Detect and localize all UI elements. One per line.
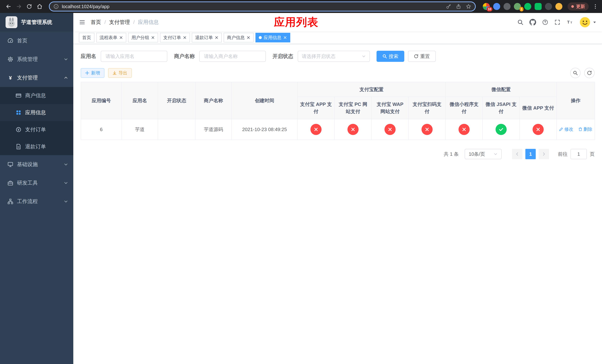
browser-window: localhost:1024/pay/app 10 1 更新 [0,0,602,364]
sidebar-item-pay[interactable]: ¥ 支付管理 [0,68,73,87]
add-button[interactable]: 新增 [81,68,104,78]
cell-actions: 修改 删除 [557,119,595,140]
page-number-1[interactable]: 1 [525,149,536,159]
status-select[interactable]: 请选择开启状态 [298,51,370,62]
col-group-wechat: 微信配置 [446,82,557,97]
sidebar-logo-row[interactable]: 芋道管理系统 [0,13,73,32]
tab-refund-order[interactable]: 退款订单 [192,33,222,43]
cell-app-name: 芋道 [122,119,158,140]
close-icon[interactable] [247,36,250,39]
reset-button[interactable]: 重置 [408,51,436,62]
col-wechat-app: 微信 APP 支付 [520,97,557,119]
font-size-icon[interactable]: TT [567,19,573,25]
key-icon[interactable] [446,4,451,9]
sidebar-item-dev-tools[interactable]: 研发工具 [0,174,73,192]
profile-avatar-icon[interactable] [555,3,562,10]
browser-update-button[interactable]: 更新 [568,2,589,11]
caret-down-icon [593,20,596,24]
cell-wechat-jsapi [483,119,520,140]
tab-pay-order[interactable]: 支付订单 [160,33,190,43]
total-count: 共 1 条 [444,151,459,157]
col-alipay-wap: 支付宝 WAP 网站支付 [372,97,408,119]
reload-icon[interactable] [24,2,34,11]
page-size-select[interactable]: 10条/页 [465,149,502,159]
tab-home[interactable]: 首页 [79,33,94,43]
sidebar-item-home[interactable]: 首页 [0,32,73,50]
refresh-button[interactable] [584,68,595,78]
sidebar-item-pay-order[interactable]: 支付订单 [0,121,73,138]
tab-flow-form[interactable]: 流程表单 [96,33,126,43]
sidebar-item-refund-order[interactable]: 退款订单 [0,138,73,155]
active-dot-icon [259,36,262,39]
extension-icon-4[interactable]: 1 [514,3,521,10]
more-menu-icon[interactable] [592,3,598,10]
breadcrumb-home[interactable]: 首页 [91,19,101,26]
close-icon[interactable] [119,36,123,39]
col-wechat-jsapi: 微信 JSAPI 支付 [483,97,520,119]
extension-icon-6[interactable] [535,3,542,10]
col-alipay-qr: 支付宝扫码支付 [408,97,446,119]
cell-merchant-name: 芋道源码 [195,119,232,140]
svg-text:T: T [570,21,572,24]
goto-page-input[interactable] [570,149,587,159]
sidebar-item-merchant-info[interactable]: 商户信息 [0,87,73,104]
fullscreen-icon[interactable] [554,19,560,25]
search-icon[interactable] [517,19,524,25]
chevron-down-icon [362,54,366,58]
extension-badge: 10 [487,7,492,11]
extension-icon-2[interactable] [493,3,500,10]
close-icon[interactable] [215,36,218,39]
hamburger-icon[interactable] [79,19,86,26]
status-cross-icon [421,124,433,135]
delete-button[interactable]: 删除 [578,126,592,132]
share-icon[interactable] [456,4,461,9]
breadcrumb-pay[interactable]: 支付管理 [109,19,130,26]
sidebar-item-label: 工作流程 [17,198,38,205]
sidebar-item-app-info[interactable]: 应用信息 [0,104,73,121]
col-actions: 操作 [557,82,595,119]
bookmark-star-icon[interactable] [466,4,471,9]
forward-icon[interactable] [14,2,24,11]
tab-app-info[interactable]: 应用信息 [256,33,290,43]
extension-icon-5[interactable] [524,3,531,10]
col-app-name: 应用名 [122,82,158,119]
page-title: 应用列表 [274,15,318,30]
cell-alipay-qr [408,119,446,140]
close-icon[interactable] [283,36,287,39]
app-name-input[interactable] [101,51,167,62]
tags-view: 首页 流程表单 用户分组 支付订单 退款订单 [73,32,602,44]
chevron-down-icon [64,57,68,62]
edit-button[interactable]: 修改 [559,126,573,132]
tab-user-group[interactable]: 用户分组 [128,33,158,43]
close-icon[interactable] [183,36,187,39]
search-button[interactable]: 搜索 [376,51,404,62]
extension-icon-1[interactable]: 10 [483,3,490,10]
toggle-search-button[interactable] [570,68,580,78]
col-status: 开启状态 [158,82,195,119]
export-button[interactable]: 导出 [108,68,132,78]
sidebar-item-infrastructure[interactable]: 基础设施 [0,155,73,174]
home-icon[interactable] [35,2,44,11]
browser-toolbar: localhost:1024/pay/app 10 1 更新 [0,0,602,13]
extension-icon-3[interactable] [504,3,511,10]
col-group-alipay: 支付宝配置 [298,82,446,97]
merchant-name-input[interactable] [199,51,266,62]
back-icon[interactable] [4,2,13,11]
close-icon[interactable] [151,36,155,39]
help-icon[interactable] [542,19,548,25]
next-page-button[interactable] [539,149,549,159]
github-icon[interactable] [529,19,536,26]
avatar [580,17,591,28]
prev-page-button[interactable] [512,149,522,159]
sidebar: 芋道管理系统 首页 系统管理 ¥ [0,13,73,364]
sidebar-item-workflow[interactable]: 工作流程 [0,192,73,211]
extension-icon-7[interactable] [545,3,552,10]
site-info-icon[interactable] [53,4,59,9]
tab-merchant-info[interactable]: 商户信息 [224,33,254,43]
pagination: 共 1 条 10条/页 1 前往 [81,149,595,159]
user-menu[interactable] [580,17,596,28]
sidebar-item-label: 商户信息 [25,92,46,99]
chevron-down-icon [64,181,68,185]
sidebar-item-system[interactable]: 系统管理 [0,50,73,68]
address-bar[interactable]: localhost:1024/pay/app [49,1,476,11]
